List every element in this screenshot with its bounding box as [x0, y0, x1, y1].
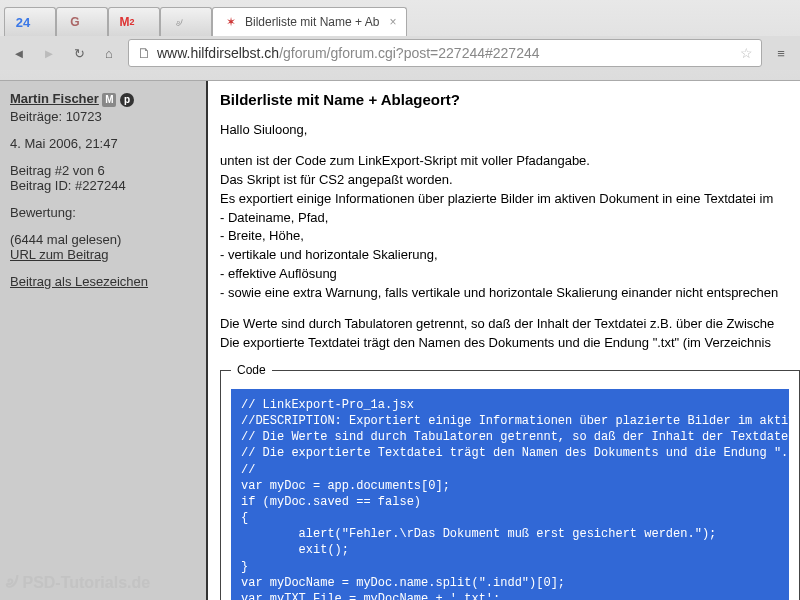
- browser-tab-1[interactable]: G: [56, 7, 108, 36]
- line-4: - Breite, Höhe,: [220, 228, 800, 245]
- menu-button[interactable]: ≡: [770, 42, 792, 64]
- browser-tab-0[interactable]: 24: [4, 7, 56, 36]
- post-id: Beitrag ID: #227244: [10, 178, 196, 193]
- read-count: (6444 mal gelesen): [10, 232, 196, 247]
- post-body: Hallo Siuloong, unten ist der Code zum L…: [220, 122, 800, 352]
- post-date: 4. Mai 2006, 21:47: [10, 136, 196, 151]
- forward-button[interactable]: ►: [38, 42, 60, 64]
- address-host: www.hilfdirselbst.ch: [157, 45, 279, 61]
- code-area[interactable]: // LinkExport-Pro_1a.jsx //DESCRIPTION: …: [231, 389, 789, 600]
- address-path: /gforum/gforum.cgi?post=227244#227244: [279, 45, 539, 61]
- mod-badge-icon: M: [102, 93, 116, 107]
- reload-button[interactable]: ↻: [68, 42, 90, 64]
- page-icon: 🗋: [137, 45, 151, 61]
- greeting: Hallo Siuloong,: [220, 122, 800, 139]
- post-number: Beitrag #2 von 6: [10, 163, 196, 178]
- browser-tab-2[interactable]: M2: [108, 7, 160, 36]
- p-badge-icon: p: [120, 93, 134, 107]
- line-5: - vertikale und horizontale Skalierung,: [220, 247, 800, 264]
- post-sidebar: Martin Fischer M p Beiträge: 10723 4. Ma…: [0, 81, 208, 600]
- watermark: ৶ PSD-Tutorials.de: [6, 568, 150, 594]
- line-7: - sowie eine extra Warnung, falls vertik…: [220, 285, 800, 302]
- para2-1: Die exportierte Textdatei trägt den Name…: [220, 335, 800, 352]
- url-to-post-link[interactable]: URL zum Beitrag: [10, 247, 109, 262]
- rating-label: Bewertung:: [10, 205, 196, 220]
- tab-close-icon[interactable]: ×: [389, 15, 396, 29]
- address-bar[interactable]: 🗋 www.hilfdirselbst.ch/gforum/gforum.cgi…: [128, 39, 762, 67]
- line-6: - effektive Auflösung: [220, 266, 800, 283]
- favicon-24: 24: [15, 14, 31, 30]
- post-title: Bilderliste mit Name + Ablageort?: [220, 91, 800, 108]
- favicon-google: G: [67, 14, 83, 30]
- browser-toolbar: ◄ ► ↻ ⌂ 🗋 www.hilfdirselbst.ch/gforum/gf…: [0, 36, 800, 70]
- bookmark-post-link[interactable]: Beitrag als Lesezeichen: [10, 274, 148, 289]
- bookmark-star-icon[interactable]: ☆: [732, 45, 753, 61]
- line-3: - Dateiname, Pfad,: [220, 210, 800, 227]
- line-2: Es exportiert einige Informationen über …: [220, 191, 800, 208]
- back-button[interactable]: ◄: [8, 42, 30, 64]
- favicon-gmail: M2: [119, 14, 135, 30]
- post-count: Beiträge: 10723: [10, 109, 196, 124]
- favicon-site: ✶: [223, 14, 239, 30]
- forum-page: Martin Fischer M p Beiträge: 10723 4. Ma…: [0, 81, 800, 600]
- tab-title: Bilderliste mit Name + Ab: [245, 15, 379, 29]
- line-1: Das Skript ist für CS2 angepaßt worden.: [220, 172, 800, 189]
- browser-chrome: 24 G M2 ৶ ✶ Bilderliste mit Name + Ab × …: [0, 0, 800, 81]
- browser-tab-3[interactable]: ৶: [160, 7, 212, 36]
- author-line: Martin Fischer M p: [10, 91, 196, 107]
- browser-tab-active[interactable]: ✶ Bilderliste mit Name + Ab ×: [212, 7, 407, 36]
- line-0: unten ist der Code zum LinkExport-Skript…: [220, 153, 800, 170]
- post-content: Bilderliste mit Name + Ablageort? Hallo …: [208, 81, 800, 600]
- favicon-butterfly: ৶: [171, 14, 187, 30]
- author-link[interactable]: Martin Fischer: [10, 91, 99, 106]
- home-button[interactable]: ⌂: [98, 42, 120, 64]
- code-box: Code // LinkExport-Pro_1a.jsx //DESCRIPT…: [220, 370, 800, 600]
- para2-0: Die Werte sind durch Tabulatoren getrenn…: [220, 316, 800, 333]
- tab-strip: 24 G M2 ৶ ✶ Bilderliste mit Name + Ab ×: [0, 0, 800, 36]
- code-legend: Code: [231, 363, 272, 377]
